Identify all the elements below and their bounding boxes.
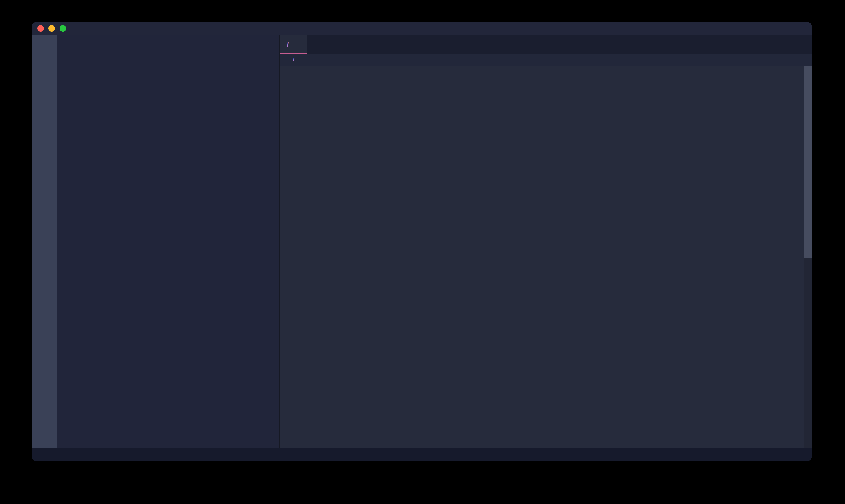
editor-group: ! !: [279, 35, 812, 448]
yaml-file-icon: !: [292, 57, 294, 64]
explorer-sidebar: [57, 35, 279, 448]
status-bar: [32, 448, 812, 461]
title-bar[interactable]: [32, 22, 812, 35]
vscode-window: ! !: [32, 22, 812, 461]
code-editor[interactable]: [280, 67, 812, 448]
yaml-file-icon: !: [286, 41, 289, 48]
breadcrumb[interactable]: !: [280, 54, 812, 67]
window-title: [32, 22, 812, 35]
tab-dbt-project-yml[interactable]: !: [280, 35, 307, 54]
minimap[interactable]: [750, 67, 804, 67]
editor-tab-bar: !: [280, 35, 812, 54]
scrollbar-thumb[interactable]: [804, 67, 812, 258]
activity-bar: [32, 35, 57, 448]
editor-scrollbar[interactable]: [804, 67, 812, 448]
